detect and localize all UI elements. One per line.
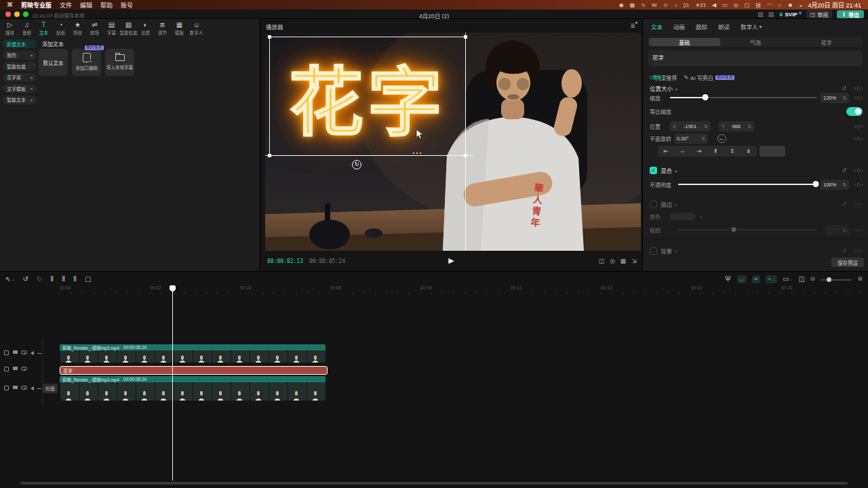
collapse-icon[interactable]: [675, 168, 677, 173]
stroke-color-swatch[interactable]: [670, 213, 696, 220]
grid-icon[interactable]: ▦: [630, 2, 635, 8]
volume-icon[interactable]: ◀: [712, 2, 716, 8]
siri-icon[interactable]: ◒: [800, 2, 803, 8]
track-type-icon[interactable]: [4, 350, 9, 355]
keyframe-control[interactable]: [854, 95, 864, 101]
position-x-field[interactable]: X-1901: [670, 121, 711, 131]
player-display-settings-icon[interactable]: [630, 22, 635, 29]
sidebar-item-text-template[interactable]: 文字模板▾: [3, 84, 37, 93]
eye-icon[interactable]: [21, 350, 27, 354]
align-button[interactable]: ⇤: [658, 146, 674, 157]
subtab-bubble[interactable]: 气泡: [720, 38, 791, 46]
record-icon[interactable]: ◉: [619, 2, 624, 8]
tab-effects[interactable]: ★ 特效: [69, 20, 86, 36]
stroke-width-slider[interactable]: [678, 226, 817, 234]
keyframe-control[interactable]: [854, 227, 864, 233]
eye-icon[interactable]: [21, 367, 27, 371]
preview-axis-toggle[interactable]: +⌄: [766, 275, 777, 283]
weather-icon[interactable]: W: [652, 2, 657, 8]
uniform-scale-toggle[interactable]: [846, 107, 863, 116]
record-voiceover-button[interactable]: Ψ: [725, 275, 731, 283]
resize-handle[interactable]: [464, 154, 467, 157]
opacity-slider[interactable]: [678, 180, 817, 188]
tab-animation[interactable]: 动画: [673, 22, 686, 30]
menu-item[interactable]: 编辑: [80, 1, 92, 9]
review-button[interactable]: 审阅: [806, 10, 833, 18]
preview-quality-icon[interactable]: [598, 258, 604, 264]
speech-script-card[interactable]: 限时免费 添加口播稿: [72, 49, 101, 76]
sidebar-item-fancy-text[interactable]: 花字库▾: [3, 73, 37, 82]
stepper-icon[interactable]: [842, 95, 846, 101]
tab-digital-human[interactable]: 数字人♥: [741, 22, 762, 30]
split-screen-button[interactable]: ◫: [799, 275, 806, 283]
text-selection-box[interactable]: [269, 37, 466, 156]
track-type-icon[interactable]: [4, 386, 9, 390]
tab-media[interactable]: ▷ 媒体: [1, 20, 18, 36]
tab-tts[interactable]: 朗读: [718, 22, 731, 30]
stepper-icon[interactable]: [701, 136, 705, 142]
sidebar-item-new-text[interactable]: 新建文本: [3, 39, 37, 48]
resize-handle[interactable]: [268, 35, 271, 39]
keyframe-control[interactable]: [854, 167, 864, 174]
select-tool[interactable]: ⇖⌄: [5, 275, 15, 283]
link-toggle[interactable]: ∞: [752, 275, 761, 283]
default-text-card[interactable]: 默认文本: [39, 49, 68, 76]
face-icon[interactable]: ☺: [663, 2, 668, 8]
tab-avatar[interactable]: ☺ 数字人: [188, 20, 205, 36]
background-checkbox[interactable]: [650, 247, 657, 255]
reset-icon[interactable]: [842, 248, 846, 254]
text-arrange-button[interactable]: [760, 146, 785, 157]
main-video-clip[interactable]: 剪映_Render_-视频mp3.mp400:00:05:24: [60, 376, 326, 401]
subtab-basic[interactable]: 基础: [649, 38, 720, 46]
tab-text-props[interactable]: 文本: [651, 22, 664, 30]
collapse-icon[interactable]: [675, 202, 677, 207]
ime-icon[interactable]: 拼: [755, 1, 761, 9]
split-button[interactable]: Ⅱ: [50, 275, 54, 283]
reset-icon[interactable]: [842, 201, 846, 207]
keyframe-control[interactable]: [854, 85, 864, 92]
track-type-icon[interactable]: [4, 367, 9, 371]
stepper-icon[interactable]: [842, 182, 846, 188]
keyframe-control[interactable]: [854, 123, 864, 129]
scale-value[interactable]: 120%: [821, 93, 849, 103]
rotation-knob[interactable]: [717, 134, 726, 143]
align-button[interactable]: ⇟: [741, 146, 757, 157]
preview-zoom-icon[interactable]: [610, 258, 615, 264]
window-icon[interactable]: ▢: [745, 2, 750, 8]
subtab-fancy[interactable]: 花字: [791, 38, 862, 46]
reset-icon[interactable]: [842, 167, 846, 174]
align-button[interactable]: ⇔: [674, 146, 690, 157]
speaker-icon[interactable]: [31, 386, 34, 390]
collapse-icon[interactable]: [675, 86, 677, 91]
timeline-zoom-in-icon[interactable]: [857, 275, 863, 282]
export-button[interactable]: 导出: [837, 10, 864, 18]
scale-slider[interactable]: [670, 94, 817, 102]
tab-templates[interactable]: ▦ 模板: [171, 20, 188, 36]
app-name[interactable]: 剪映专业版: [21, 1, 52, 9]
mask-tool-button[interactable]: ▭⌄: [783, 275, 793, 283]
tab-text[interactable]: T 文本: [35, 20, 52, 36]
timeline-zoom-slider[interactable]: [821, 279, 852, 281]
aspect-ratio-icon[interactable]: [620, 258, 626, 264]
keyframe-control[interactable]: [854, 182, 864, 188]
timeline-scrollbar[interactable]: [20, 482, 848, 485]
tab-transitions[interactable]: ⇌ 转场: [86, 20, 103, 36]
trim-left-button[interactable]: Ⅱ: [62, 275, 66, 283]
timeline-zoom-out-icon[interactable]: [810, 275, 815, 282]
search-icon[interactable]: ○: [778, 2, 781, 8]
timeline-ruler[interactable]: 00:0000:0200:0400:0600:0800:1000:1200:14…: [60, 285, 868, 294]
reset-icon[interactable]: [842, 85, 846, 92]
lock-icon[interactable]: [13, 350, 18, 354]
sidebar-item-smart-text[interactable]: 智能文本▾: [3, 96, 37, 104]
lock-icon[interactable]: [13, 367, 18, 370]
expand-icon[interactable]: [675, 249, 677, 253]
snap-toggle[interactable]: ◡: [737, 275, 747, 283]
import-subtitle-card[interactable]: 导入本地字幕: [105, 49, 134, 76]
menubar-clock[interactable]: 4月20日 周日 21:41: [808, 1, 861, 9]
speaker-icon[interactable]: [31, 351, 34, 355]
more-icon[interactable]: [37, 353, 41, 354]
wifi-icon[interactable]: ◠: [767, 2, 772, 8]
paw-count-icon[interactable]: ∗21: [695, 2, 706, 8]
text-clip[interactable]: 花字: [60, 366, 328, 375]
rotation-field[interactable]: 0.00°: [674, 134, 708, 144]
